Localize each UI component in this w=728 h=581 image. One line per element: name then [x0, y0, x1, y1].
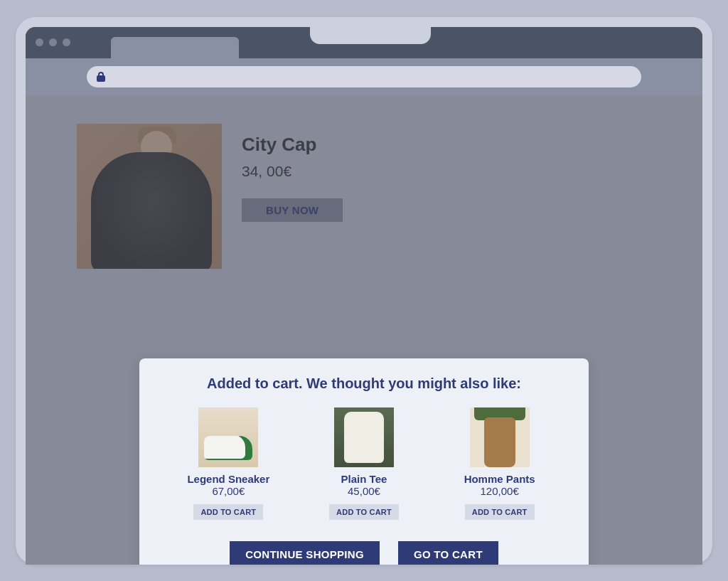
toolbar	[26, 58, 702, 95]
recommendation-name: Homme Pants	[439, 473, 560, 485]
continue-shopping-button[interactable]: CONTINUE SHOPPING	[230, 541, 380, 565]
modal-actions: CONTINUE SHOPPING GO TO CART	[161, 541, 567, 565]
recommendation-item: Plain Tee 45,00€ ADD TO CART	[304, 407, 424, 520]
recommendation-price: 67,00€	[168, 485, 289, 497]
window-close-icon[interactable]	[36, 38, 43, 46]
recommendation-name: Plain Tee	[304, 473, 424, 485]
recommendations-row: Legend Sneaker 67,00€ ADD TO CART Plain …	[161, 407, 567, 520]
device-frame: City Cap 34, 00€ BUY NOW Added to cart. …	[16, 17, 712, 565]
window-controls	[36, 38, 70, 46]
address-bar[interactable]	[87, 66, 641, 87]
recommendation-name: Legend Sneaker	[168, 473, 289, 485]
recommendation-image[interactable]	[198, 407, 258, 467]
add-to-cart-button[interactable]: ADD TO CART	[329, 504, 399, 520]
window-maximize-icon[interactable]	[63, 38, 70, 46]
page-content: City Cap 34, 00€ BUY NOW Added to cart. …	[26, 95, 702, 565]
window-minimize-icon[interactable]	[49, 38, 57, 46]
go-to-cart-button[interactable]: GO TO CART	[398, 541, 498, 565]
add-to-cart-button[interactable]: ADD TO CART	[465, 504, 535, 520]
recommendation-image[interactable]	[334, 407, 394, 467]
device-notch	[310, 27, 431, 44]
browser-window: City Cap 34, 00€ BUY NOW Added to cart. …	[26, 27, 702, 565]
tab-strip	[26, 27, 702, 58]
add-to-cart-button[interactable]: ADD TO CART	[193, 504, 263, 520]
lock-icon	[97, 72, 105, 82]
added-to-cart-modal: Added to cart. We thought you might also…	[139, 358, 589, 565]
recommendation-item: Homme Pants 120,00€ ADD TO CART	[439, 407, 560, 520]
modal-title: Added to cart. We thought you might also…	[161, 375, 567, 392]
recommendation-price: 120,00€	[439, 485, 560, 497]
browser-tab[interactable]	[111, 37, 239, 58]
recommendation-price: 45,00€	[304, 485, 424, 497]
recommendation-item: Legend Sneaker 67,00€ ADD TO CART	[168, 407, 289, 520]
recommendation-image[interactable]	[470, 407, 530, 467]
